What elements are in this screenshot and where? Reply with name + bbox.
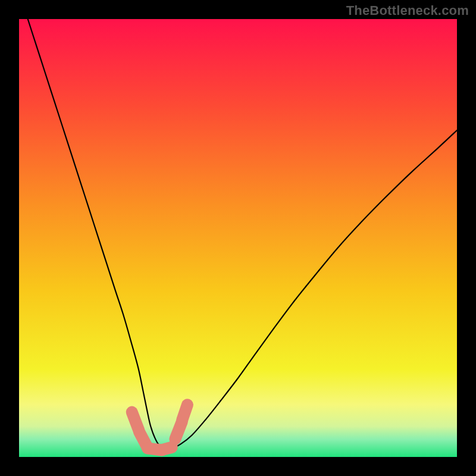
plot-area	[19, 19, 457, 457]
bottleneck-curve	[19, 19, 457, 457]
watermark-text: TheBottleneck.com	[346, 3, 469, 18]
chart-frame: TheBottleneck.com	[0, 0, 476, 476]
